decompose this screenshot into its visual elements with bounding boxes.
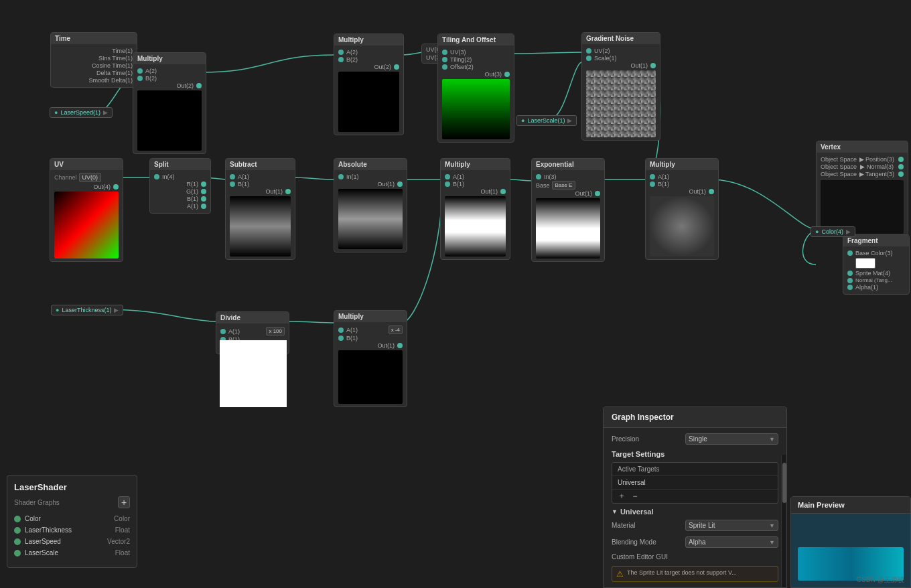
node-gradient-noise-header: Gradient Noise [582,33,660,44]
active-targets-header: Active Targets [612,463,778,476]
node-uv-header: UV [50,159,123,170]
node-absolute[interactable]: Absolute In(1) Out(1) [334,158,407,252]
node-subtract-header: Subtract [226,159,295,170]
precision-row: Precision Single ▼ [612,433,778,445]
precision-label: Precision [612,435,685,443]
node-subtract[interactable]: Subtract A(1) B(1) Out(1) [225,158,295,260]
node-multiply3[interactable]: Multiply A(1) B(1) Out(1) [645,158,719,260]
node-vertex-header: Vertex [817,141,908,153]
section-arrow: ▼ [612,508,618,515]
precision-select[interactable]: Single ▼ [685,433,778,445]
property-color-type: Color [114,515,130,522]
custom-editor-row: Custom Editor GUI [612,553,778,561]
property-laserspeed-name: LaserSpeed [25,538,107,545]
watermark: CSDN @王源骏 [857,575,904,585]
port-m1-a: A(2) [137,68,202,74]
port-cosine-out: Cosine Time(1) [55,62,133,69]
property-laserspeed-dot [14,538,21,545]
material-select-arrow: ▼ [769,522,775,529]
port-to-uv: UV(3) [442,49,510,56]
blending-mode-select-arrow: ▼ [769,539,775,546]
node-multiply5[interactable]: Multiply A(1) x -4 B(1) Out(1) [334,310,407,407]
white-preview [220,340,287,407]
target-list-actions: + − [612,489,778,503]
node-multiply5-header: Multiply [334,311,407,322]
port-gn-scale: Scale(1) [586,55,656,62]
graph-inspector-panel: Graph Inspector Precision Single ▼ Targe… [603,407,787,588]
port-m3-a: A(1) [650,173,714,180]
panel-title: LaserShader [14,482,130,492]
warning-row: ⚠ The Sprite Lit target does not support… [612,566,778,582]
variable-laserspeed: ●LaserSpeed(1)▶ [50,107,113,118]
node-multiply1[interactable]: Multiply A(2) B(2) Out(2) [133,52,206,154]
warning-text: The Sprite Lit target does not support V… [627,569,737,577]
node-vertex[interactable]: Vertex Object Space▶Position(3) Object S… [816,141,908,237]
port-frag-spritemat: Sprite Mat(4) [847,270,905,277]
port-m4-b: B(2) [338,56,399,63]
warning-icon: ⚠ [616,569,624,579]
node-gradient-noise[interactable]: Gradient Noise UV(2) Scale(1) Out(1) [581,32,660,141]
variable-laserscale: ●LaserScale(1)▶ [516,115,577,126]
blending-mode-select[interactable]: Alpha ▼ [685,536,778,548]
node-split[interactable]: Split In(4) R(1) G(1) B(1) A(1) [149,158,211,214]
port-exp-in: In(3) [536,173,600,180]
port-split-in: In(4) [154,173,206,180]
universal-section: ▼ Universal [612,508,778,516]
port-to-tiling: Tiling(2) [442,56,510,63]
main-preview-panel: Main Preview [790,496,911,588]
port-m2-b: B(1) [445,181,506,188]
material-label: Material [612,522,685,529]
node-tiling-offset-header: Tiling And Offset [438,34,514,46]
main-preview-title: Main Preview [791,497,910,514]
node-multiply2-header: Multiply [441,159,510,170]
blending-mode-row: Blending Mode Alpha ▼ [612,536,778,548]
port-m2-a: A(1) [445,173,506,180]
material-row: Material Sprite Lit ▼ [612,520,778,531]
node-exponential-header: Exponential [532,159,604,170]
custom-editor-label: Custom Editor GUI [612,553,685,561]
node-fragment[interactable]: Fragment Base Color(3) Sprite Mat(4) Nor… [843,234,910,295]
node-divide-header: Divide [216,312,289,323]
port-sins-out: SIns Time(1) [55,55,133,62]
precision-select-arrow: ▼ [769,436,775,443]
node-time[interactable]: Time Time(1) SIns Time(1) Cosine Time(1)… [50,32,137,88]
property-laserthickness-name: LaserThickness [25,526,115,534]
property-color-name: Color [25,515,114,522]
inspector-title: Graph Inspector [604,407,786,428]
node-multiply4[interactable]: Multiply A(2) B(2) Out(2) [334,33,404,135]
port-frag-normal: Normal (Tang... [847,277,905,283]
port-gn-uv: UV(2) [586,48,656,54]
port-m4-a: A(2) [338,49,399,56]
active-targets-area: Active Targets Universal + − [612,462,778,504]
node-tiling-offset[interactable]: Tiling And Offset UV(3) Tiling(2) Offset… [437,33,514,143]
node-multiply4-header: Multiply [334,34,403,46]
add-target-button[interactable]: + [615,491,628,502]
color-port-node: ●Color(4)▶ [811,226,855,237]
property-laserspeed[interactable]: LaserSpeed Vector2 [14,538,130,545]
port-m1-b: B(2) [137,75,202,82]
add-property-button[interactable]: + [118,496,130,508]
material-select[interactable]: Sprite Lit ▼ [685,520,778,531]
node-exponential[interactable]: Exponential In(3) Base Base E Out(1) [531,158,605,262]
port-frag-alpha: Alpha(1) [847,284,905,291]
property-color[interactable]: Color Color [14,515,130,522]
property-laserscale[interactable]: LaserScale Float [14,549,130,557]
node-split-header: Split [150,159,210,170]
panel-subtitle: Shader Graphs + [14,496,130,508]
port-abs-in: In(1) [338,173,403,180]
property-laserthickness[interactable]: LaserThickness Float [14,526,130,534]
port-time-out: Time(1) [55,48,133,54]
inspector-scrollbar[interactable] [781,455,786,587]
target-settings-label: Target Settings [612,450,778,458]
variable-laserthickness: ●LaserThickness(1)▶ [51,305,123,315]
property-laserscale-dot [14,550,21,557]
scroll-thumb[interactable] [782,463,786,503]
port-m3-b: B(1) [650,181,714,188]
node-multiply2[interactable]: Multiply A(1) B(1) Out(1) [440,158,510,260]
node-uv[interactable]: UV Channel UV(0) Out(4) [50,158,123,262]
active-targets-item[interactable]: Universal [612,476,778,489]
blending-mode-label: Blending Mode [612,538,685,546]
remove-target-button[interactable]: − [628,491,642,502]
property-laserspeed-type: Vector2 [107,538,130,545]
property-laserscale-name: LaserScale [25,549,115,557]
